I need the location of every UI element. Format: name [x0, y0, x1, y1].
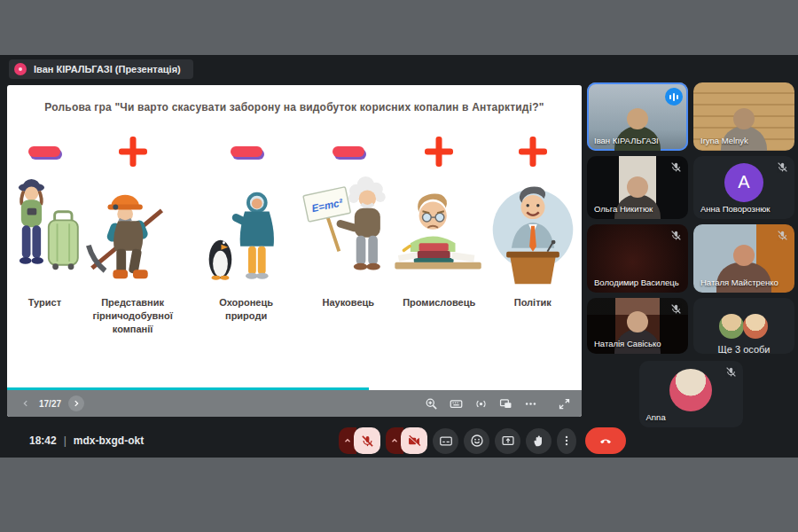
politician-illustration [486, 172, 580, 287]
plus-sign-icon [519, 137, 547, 167]
participant-name: Iryna Melnyk [700, 136, 748, 145]
next-slide-button[interactable] [68, 395, 84, 411]
character-politician: Політик [488, 131, 578, 374]
captions-button[interactable] [433, 428, 458, 454]
participant-name: Володимир Василець [594, 278, 679, 287]
presentation-control-bar: 17/27 [7, 390, 582, 417]
mic-off-icon [670, 303, 682, 315]
info-divider: | [64, 434, 66, 447]
character-label: Науковець [323, 296, 375, 309]
participant-tile-ivan[interactable]: Іван КІРАЛЬГАЗІ [587, 82, 688, 151]
participant-tile-anna[interactable]: Anna [639, 361, 743, 427]
call-bottom-bar: 18:42 | mdx-bxgd-okt [0, 424, 798, 458]
participant-name: Анна Поворознюк [700, 204, 770, 214]
end-call-button[interactable] [585, 427, 626, 454]
participant-name: Ольга Никитюк [594, 204, 653, 214]
nature-guard-illustration [202, 172, 291, 287]
industrialist-illustration [391, 172, 487, 287]
page-indicator: 17/27 [39, 399, 61, 409]
participant-name: Наталя Майстренко [700, 278, 778, 287]
participant-name: Іван КІРАЛЬГАЗІ [594, 136, 659, 145]
audio-activity-icon [665, 88, 683, 106]
more-participants-label: Ще 3 особи [693, 344, 794, 354]
more-participants-tile[interactable]: Ще 3 особи [693, 298, 794, 354]
more-options-button[interactable] [557, 428, 576, 454]
shared-presentation: Рольова гра "Чи варто скасувати заборону… [7, 85, 582, 417]
participant-name: Наталія Савісько [594, 339, 661, 348]
camera-off-button[interactable] [401, 427, 427, 454]
participant-tile-anna-povorozniuk[interactable]: A Анна Поворознюк [693, 156, 794, 219]
meeting-code: mdx-bxgd-okt [74, 434, 144, 447]
tourist-illustration [4, 172, 84, 287]
meeting-info: 18:42 | mdx-bxgd-okt [29, 434, 144, 447]
previous-slide-button[interactable] [18, 395, 34, 411]
avatar [669, 369, 712, 411]
presenter-chip[interactable]: Іван КІРАЛЬГАЗІ (Презентація) [9, 59, 193, 79]
mic-off-icon [777, 161, 788, 173]
characters-row: Турист [11, 131, 578, 374]
clock-time: 18:42 [29, 434, 57, 447]
more-options-icon[interactable] [524, 397, 537, 411]
character-scientist: E=mc² Науковець [306, 131, 391, 374]
plus-sign-icon [119, 137, 147, 167]
avatar: A [724, 163, 763, 202]
minus-sign-icon [332, 146, 364, 157]
participant-name: Anna [646, 412, 666, 422]
raise-hand-button[interactable] [526, 428, 552, 454]
mic-off-icon [777, 230, 788, 241]
participant-tile-olha[interactable]: Ольга Никитюк [587, 156, 688, 219]
presenter-chip-label: Іван КІРАЛЬГАЗІ (Презентація) [34, 64, 181, 74]
minus-sign-icon [231, 146, 262, 157]
picture-in-picture-icon[interactable] [499, 397, 512, 411]
collapse-view-icon[interactable] [558, 397, 571, 411]
zoom-in-icon[interactable] [425, 397, 438, 411]
character-label: Охоронець природи [204, 296, 289, 323]
character-ranger: Охоронець природи [186, 131, 305, 374]
character-label: Представник гірничодобувної компанії [90, 296, 176, 336]
participants-panel: Іван КІРАЛЬГАЗІ Iryna Melnyk Ольга Никит… [587, 82, 794, 427]
camera-control [386, 427, 427, 454]
character-label: Промисловець [403, 296, 475, 309]
presentation-live-icon [14, 63, 27, 75]
present-screen-button[interactable] [495, 428, 520, 454]
participant-avatars-icon [719, 314, 769, 339]
character-label: Турист [28, 296, 61, 309]
mic-off-button[interactable] [354, 427, 380, 454]
character-label: Політик [514, 296, 552, 309]
keyboard-icon[interactable] [450, 397, 463, 411]
participant-tile-volodymyr[interactable]: Володимир Василець [587, 224, 688, 293]
participant-tile-natalia-maistrenko[interactable]: Наталя Майстренко [693, 224, 794, 293]
mic-off-icon [670, 230, 682, 241]
miner-illustration [84, 172, 182, 287]
character-tourist: Турист [11, 131, 79, 374]
participant-tile-natalia-savisko[interactable]: Наталія Савісько [587, 298, 688, 354]
mic-off-icon [670, 161, 682, 173]
microphone-control [339, 427, 380, 454]
slide-title: Рольова гра "Чи варто скасувати заборону… [34, 101, 555, 113]
mic-off-icon [725, 366, 737, 378]
minus-sign-icon [28, 146, 60, 157]
character-miner: Представник гірничодобувної компанії [79, 131, 187, 374]
plus-sign-icon [425, 137, 453, 167]
scientist-illustration: E=mc² [301, 172, 396, 287]
meet-window: Іван КІРАЛЬГАЗІ (Презентація) Рольова гр… [0, 55, 798, 458]
character-industrialist: Промисловець [391, 131, 488, 374]
call-controls [339, 427, 626, 454]
reactions-button[interactable] [464, 428, 489, 454]
participant-tile-iryna[interactable]: Iryna Melnyk [693, 82, 794, 151]
broadcast-icon[interactable] [474, 397, 488, 411]
